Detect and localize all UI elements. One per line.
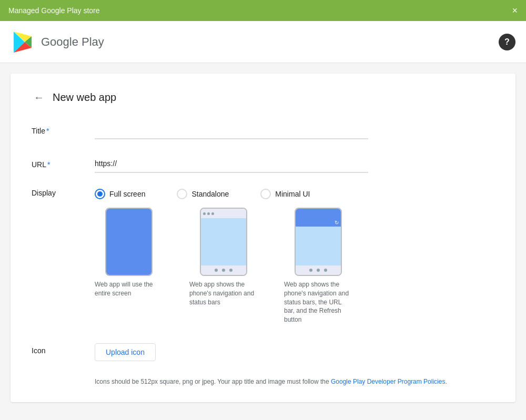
url-input[interactable] [95, 155, 368, 173]
phone-body-fullscreen [106, 209, 151, 275]
radio-label-minimal: Minimal UI [275, 190, 310, 198]
footer-text: Icons should be 512px square, png or jpe… [32, 377, 494, 386]
phone-mockup-minimal-wrapper: ↻ Web app shows the phone's navigation a… [284, 208, 358, 324]
radio-label-standalone: Standalone [191, 190, 229, 198]
help-icon[interactable]: ? [499, 34, 515, 50]
phone-navbar-minimal [296, 265, 341, 275]
phone-mockup-fullscreen [105, 208, 153, 276]
url-row: URL* [32, 155, 494, 173]
nav-dot-min-1 [309, 269, 312, 272]
icon-label: Icon [32, 343, 95, 355]
phone-mockup-minimal: ↻ [295, 208, 342, 276]
phone-mockup-standalone-wrapper: Web app shows the phone's navigation and… [189, 208, 263, 324]
title-bar-title: Managed Google Play store [8, 6, 100, 15]
upload-icon-button[interactable]: Upload icon [95, 343, 156, 361]
phone-statusbar-minimal [296, 209, 341, 218]
nav-dot-2 [222, 269, 225, 272]
radio-standalone[interactable]: Standalone [177, 189, 229, 199]
url-input-wrapper [95, 155, 368, 173]
phone-navbar-standalone [201, 265, 246, 275]
phone-mockups: Web app will use the entire screen [95, 208, 494, 324]
footer-text-before-link: Icons should be 512px square, png or jpe… [95, 378, 331, 385]
play-store-icon [11, 29, 36, 55]
phone-mockup-fullscreen-wrapper: Web app will use the entire screen [95, 208, 168, 324]
phone-content-standalone [201, 218, 246, 265]
display-radio-group: Full screen Standalone Minimal UI [95, 189, 494, 199]
nav-dot-1 [215, 269, 218, 272]
page-title: New web app [53, 91, 116, 104]
title-input[interactable] [95, 121, 368, 139]
radio-minimal[interactable]: Minimal UI [260, 189, 310, 199]
display-label: Display [32, 189, 95, 197]
policy-link[interactable]: Google Play Developer Program Policies [331, 378, 445, 385]
title-required-star: * [46, 127, 49, 135]
header: Google Play ? [0, 21, 526, 63]
radio-label-fullscreen: Full screen [109, 190, 145, 198]
statusbar-dot-1 [203, 212, 206, 215]
phone-statusbar-standalone [201, 209, 246, 218]
statusbar-dot-3 [211, 212, 214, 215]
title-bar: Managed Google Play store × [0, 0, 526, 21]
title-row: Title* [32, 121, 494, 139]
form-card: ← New web app Title* URL* Display [11, 74, 515, 402]
phone-desc-fullscreen: Web app will use the entire screen [95, 280, 163, 298]
url-required-star: * [47, 160, 50, 169]
title-label: Title* [32, 121, 95, 135]
nav-dot-min-3 [324, 269, 327, 272]
refresh-icon: ↻ [335, 220, 339, 226]
radio-fullscreen[interactable]: Full screen [95, 189, 145, 199]
display-options: Full screen Standalone Minimal UI [95, 189, 494, 333]
phone-desc-minimal: Web app shows the phone's navigation and… [284, 280, 352, 324]
url-label: URL* [32, 155, 95, 169]
nav-dot-3 [229, 269, 232, 272]
icon-row: Icon Upload icon [32, 343, 494, 361]
phone-content-minimal [296, 227, 341, 265]
phone-desc-standalone: Web app shows the phone's navigation and… [189, 280, 258, 306]
title-input-wrapper [95, 121, 368, 139]
footer-text-end: . [445, 378, 447, 385]
phone-urlbar-minimal: ↻ [296, 218, 341, 227]
statusbar-dot-2 [207, 212, 210, 215]
close-button[interactable]: × [512, 6, 518, 15]
nav-dot-min-2 [317, 269, 320, 272]
phone-mockup-standalone [200, 208, 247, 276]
display-row: Display Full screen Standalone [32, 189, 494, 333]
page-header: ← New web app [32, 89, 494, 106]
radio-circle-fullscreen [95, 189, 105, 199]
radio-circle-standalone [177, 189, 187, 199]
back-button[interactable]: ← [32, 89, 46, 106]
radio-circle-minimal [260, 189, 271, 199]
google-play-logo: Google Play [11, 29, 104, 55]
google-play-text: Google Play [41, 35, 104, 49]
main-content: ← New web app Title* URL* Display [0, 63, 526, 420]
